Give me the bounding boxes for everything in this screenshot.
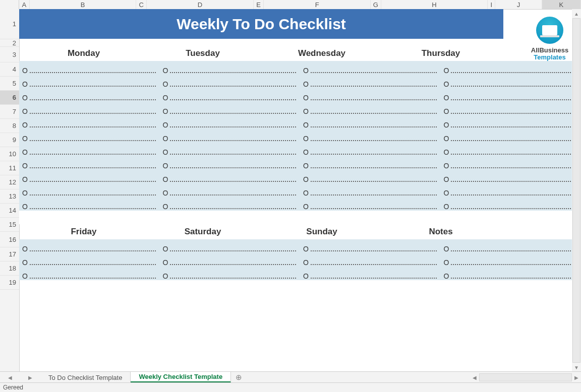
task-cell[interactable]: O bbox=[441, 67, 582, 75]
task-line[interactable] bbox=[451, 72, 577, 73]
task-cell[interactable]: O bbox=[160, 80, 301, 88]
task-cell[interactable]: O bbox=[300, 148, 441, 156]
row-header-14[interactable]: 14 bbox=[0, 204, 19, 218]
task-line[interactable] bbox=[311, 86, 437, 87]
task-cell[interactable]: O bbox=[19, 80, 160, 88]
task-line[interactable] bbox=[170, 154, 296, 155]
task-line[interactable] bbox=[170, 72, 296, 73]
task-line[interactable] bbox=[451, 194, 577, 195]
task-cell[interactable]: O bbox=[19, 258, 160, 267]
task-cell[interactable]: O bbox=[19, 175, 160, 183]
task-cell[interactable]: O bbox=[19, 148, 160, 156]
task-cell[interactable]: O bbox=[160, 272, 301, 280]
scroll-up-icon[interactable]: ▲ bbox=[572, 9, 581, 18]
task-cell[interactable]: O bbox=[19, 67, 160, 75]
row-header-5[interactable]: 5 bbox=[0, 77, 19, 91]
task-line[interactable] bbox=[30, 113, 156, 114]
task-line[interactable] bbox=[170, 194, 296, 195]
task-line[interactable] bbox=[170, 278, 296, 279]
sheet-tab[interactable]: To Do Checklist Template bbox=[40, 372, 131, 383]
column-header-H[interactable]: H bbox=[381, 0, 488, 9]
task-line[interactable] bbox=[30, 86, 156, 87]
task-line[interactable] bbox=[451, 181, 577, 182]
row-header-9[interactable]: 9 bbox=[0, 133, 19, 147]
task-line[interactable] bbox=[311, 250, 437, 251]
task-cell[interactable]: O bbox=[441, 189, 582, 197]
task-cell[interactable]: O bbox=[300, 107, 441, 115]
task-line[interactable] bbox=[451, 208, 577, 209]
row-header-10[interactable]: 10 bbox=[0, 147, 19, 161]
task-line[interactable] bbox=[451, 140, 577, 141]
task-line[interactable] bbox=[451, 113, 577, 114]
task-line[interactable] bbox=[451, 167, 577, 168]
task-line[interactable] bbox=[170, 181, 296, 182]
select-all-corner[interactable] bbox=[0, 0, 19, 9]
task-cell[interactable]: O bbox=[19, 245, 160, 253]
task-cell[interactable]: O bbox=[160, 245, 301, 253]
task-line[interactable] bbox=[311, 126, 437, 127]
task-cell[interactable]: O bbox=[300, 203, 441, 211]
task-line[interactable] bbox=[30, 194, 156, 195]
horizontal-scrollbar[interactable]: ◀ ▶ bbox=[470, 372, 581, 383]
task-cell[interactable]: O bbox=[160, 175, 301, 183]
task-cell[interactable]: O bbox=[441, 162, 582, 170]
task-cell[interactable]: O bbox=[441, 94, 582, 102]
task-line[interactable] bbox=[30, 99, 156, 100]
task-cell[interactable]: O bbox=[441, 121, 582, 129]
column-header-D[interactable]: D bbox=[147, 0, 254, 9]
row-header-19[interactable]: 19 bbox=[0, 276, 19, 290]
row-header-16[interactable]: 16 bbox=[0, 232, 19, 247]
task-cell[interactable]: O bbox=[300, 245, 441, 253]
column-header-B[interactable]: B bbox=[30, 0, 137, 9]
task-line[interactable] bbox=[170, 113, 296, 114]
column-header-J[interactable]: J bbox=[495, 0, 542, 9]
vertical-scrollbar[interactable]: ▲ ▼ bbox=[572, 9, 581, 372]
task-cell[interactable]: O bbox=[160, 121, 301, 129]
task-line[interactable] bbox=[30, 181, 156, 182]
task-line[interactable] bbox=[451, 86, 577, 87]
task-cell[interactable]: O bbox=[300, 80, 441, 88]
row-header-13[interactable]: 13 bbox=[0, 189, 19, 204]
task-line[interactable] bbox=[170, 140, 296, 141]
task-line[interactable] bbox=[30, 250, 156, 251]
task-cell[interactable]: O bbox=[441, 80, 582, 88]
column-header-A[interactable]: A bbox=[19, 0, 30, 9]
row-header-12[interactable]: 12 bbox=[0, 175, 19, 189]
task-line[interactable] bbox=[170, 264, 296, 265]
task-cell[interactable]: O bbox=[19, 121, 160, 129]
task-line[interactable] bbox=[451, 278, 577, 279]
task-line[interactable] bbox=[311, 99, 437, 100]
column-header-G[interactable]: G bbox=[371, 0, 381, 9]
task-line[interactable] bbox=[451, 154, 577, 155]
task-line[interactable] bbox=[170, 250, 296, 251]
task-line[interactable] bbox=[170, 86, 296, 87]
task-cell[interactable]: O bbox=[19, 162, 160, 170]
row-header-2[interactable]: 2 bbox=[0, 39, 19, 47]
task-line[interactable] bbox=[30, 72, 156, 73]
task-line[interactable] bbox=[170, 208, 296, 209]
task-cell[interactable]: O bbox=[300, 258, 441, 267]
column-header-C[interactable]: C bbox=[136, 0, 147, 9]
sheet-tab[interactable]: Weekly Checklist Template bbox=[131, 372, 231, 383]
task-cell[interactable]: O bbox=[160, 258, 301, 267]
task-cell[interactable]: O bbox=[19, 135, 160, 143]
column-header-E[interactable]: E bbox=[254, 0, 264, 9]
task-cell[interactable]: O bbox=[160, 94, 301, 102]
task-line[interactable] bbox=[311, 278, 437, 279]
task-cell[interactable]: O bbox=[441, 245, 582, 253]
task-line[interactable] bbox=[30, 167, 156, 168]
task-line[interactable] bbox=[30, 126, 156, 127]
task-cell[interactable]: O bbox=[300, 94, 441, 102]
column-header-F[interactable]: F bbox=[264, 0, 371, 9]
task-line[interactable] bbox=[311, 167, 437, 168]
task-cell[interactable]: O bbox=[19, 107, 160, 115]
task-cell[interactable]: O bbox=[19, 189, 160, 197]
task-line[interactable] bbox=[170, 99, 296, 100]
task-line[interactable] bbox=[311, 140, 437, 141]
task-line[interactable] bbox=[451, 99, 577, 100]
task-cell[interactable]: O bbox=[160, 107, 301, 115]
task-cell[interactable]: O bbox=[441, 203, 582, 211]
row-header-18[interactable]: 18 bbox=[0, 262, 19, 276]
task-line[interactable] bbox=[451, 264, 577, 265]
task-line[interactable] bbox=[451, 250, 577, 251]
